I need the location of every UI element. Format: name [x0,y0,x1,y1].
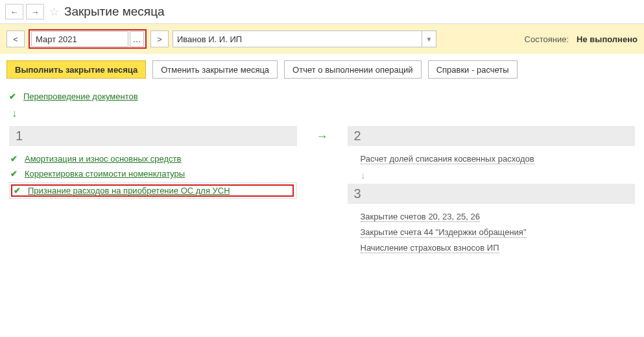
nav-back-button[interactable]: ← [5,4,23,19]
arrow-right-icon: → [316,126,328,144]
check-icon: ✔ [10,169,19,179]
step-3-header: 3 [348,184,636,204]
execute-button[interactable]: Выполнить закрытие месяца [6,60,146,79]
favorite-icon[interactable]: ☆ [49,5,59,19]
nav-forward-button[interactable]: → [26,4,44,19]
step-1-header: 1 [9,126,297,146]
cost-adjustment-link[interactable]: Корректировка стоимости номенклатуры [25,169,185,179]
cancel-button[interactable]: Отменить закрытие месяца [152,60,278,79]
check-icon: ✔ [14,186,23,195]
page-title: Закрытие месяца [64,5,165,19]
repost-documents-link[interactable]: Перепроведение документов [23,92,138,101]
close-account-44-link[interactable]: Закрытие счета 44 "Издержки обращения" [361,227,527,238]
organization-dropdown-button[interactable]: ▼ [422,31,436,47]
organization-field[interactable]: Иванов И. И. ИП [173,31,422,47]
status-value: Не выполнено [577,34,638,44]
close-accounts-20-link[interactable]: Закрытие счетов 20, 23, 25, 26 [361,212,480,222]
arrow-down-icon: ↓ [9,104,635,126]
organization-value: Иванов И. И. ИП [177,34,242,44]
depreciation-link[interactable]: Амортизация и износ основных средств [25,154,181,164]
period-picker-button[interactable]: … [130,31,144,47]
indirect-costs-link[interactable]: Расчет долей списания косвенных расходов [361,154,534,164]
insurance-ip-link[interactable]: Начисление страховых взносов ИП [361,243,499,253]
references-button[interactable]: Справки - расчеты [428,60,518,79]
report-button[interactable]: Отчет о выполнении операций [284,60,422,79]
usn-expenses-link[interactable]: Признание расходов на приобретение ОС дл… [28,186,230,195]
highlighted-operation: ✔ Признание расходов на приобретение ОС … [11,184,294,197]
period-highlight: Март 2021 … [29,29,147,49]
period-next-button[interactable]: > [150,31,169,47]
period-value: Март 2021 [36,34,77,44]
check-icon: ✔ [10,154,19,164]
period-field[interactable]: Март 2021 [31,31,128,47]
period-prev-button[interactable]: < [6,31,25,47]
step-2-header: 2 [348,126,636,146]
status-label: Состояние: [525,34,569,44]
arrow-down-icon: ↓ [348,167,636,184]
check-icon: ✔ [9,92,18,101]
